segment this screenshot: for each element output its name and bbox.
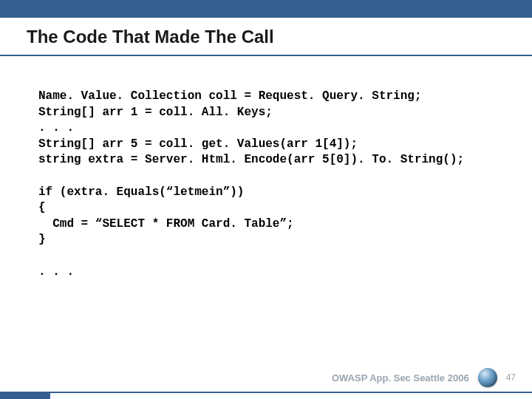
footer-event-text: OWASP App. Sec Seattle 2006 — [332, 372, 469, 383]
page-number: 47 — [506, 372, 516, 383]
code-line: Name. Value. Collection coll = Request. … — [38, 89, 421, 103]
title-underline — [0, 55, 532, 56]
code-line: String[] arr 5 = coll. get. Values(arr 1… — [38, 137, 358, 151]
globe-icon — [478, 368, 497, 387]
code-line: String[] arr 1 = coll. All. Keys; — [38, 106, 273, 119]
footer-line — [0, 392, 532, 393]
code-line: Cmd = “SELECT * FROM Card. Table”; — [38, 217, 294, 231]
code-line: . . . — [38, 265, 74, 279]
code-line: . . . — [38, 121, 74, 134]
footer: OWASP App. Sec Seattle 2006 47 — [332, 368, 516, 387]
code-line: } — [38, 233, 46, 246]
code-line: { — [38, 201, 46, 214]
slide-title: The Code That Made The Call — [27, 27, 505, 47]
code-line: if (extra. Equals(“letmein”)) — [38, 185, 244, 199]
code-block: Name. Value. Collection coll = Request. … — [38, 89, 510, 280]
footer-bar — [0, 392, 50, 399]
code-line: string extra = Server. Html. Encode(arr … — [38, 153, 464, 166]
header-bar — [0, 0, 532, 18]
